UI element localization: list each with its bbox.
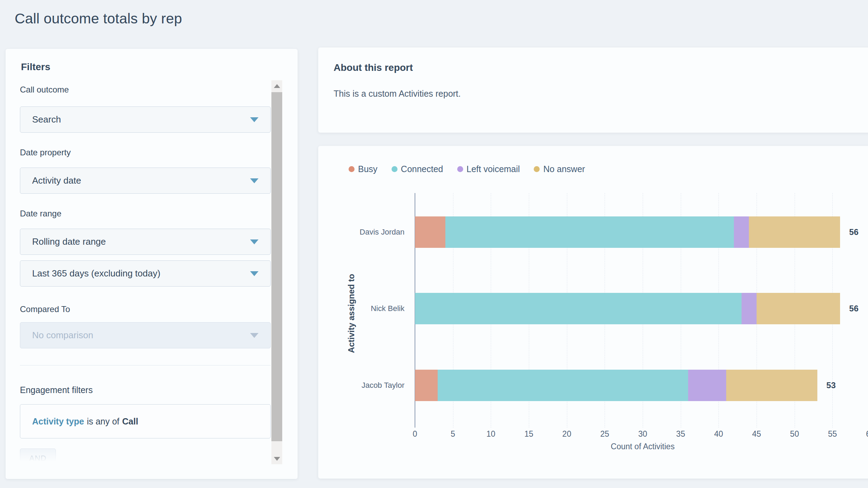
bar-total-label: 56 bbox=[849, 227, 859, 237]
card-footer-space bbox=[6, 464, 298, 479]
scrollbar-thumb[interactable] bbox=[271, 92, 282, 441]
about-report-panel: About this report This is a custom Activ… bbox=[318, 47, 868, 133]
bar-segment-left-voicemail[interactable] bbox=[742, 293, 757, 324]
x-axis-tick-label: 50 bbox=[790, 429, 799, 439]
bar-segment-connected[interactable] bbox=[438, 370, 688, 401]
category-label: Nick Belik bbox=[318, 304, 404, 313]
category-label: Jacob Taylor bbox=[318, 381, 404, 390]
legend-dot-icon bbox=[392, 166, 397, 172]
call-outcome-value: Search bbox=[32, 114, 250, 125]
chart-panel: BusyConnectedLeft voicemailNo answer Act… bbox=[318, 146, 868, 479]
compared-to-value: No comparison bbox=[32, 330, 250, 341]
rolling-range-value: Last 365 days (excluding today) bbox=[32, 268, 250, 279]
x-axis-tick-label: 35 bbox=[676, 429, 685, 439]
bar-row bbox=[415, 370, 817, 401]
legend-dot-icon bbox=[534, 166, 540, 172]
filters-scrollbar[interactable] bbox=[271, 80, 282, 464]
filters-panel: Filters Call outcome Search Date propert… bbox=[6, 49, 298, 479]
bar-segment-left-voicemail[interactable] bbox=[688, 370, 726, 401]
page-title: Call outcome totals by rep bbox=[15, 10, 182, 27]
compared-to-label: Compared To bbox=[20, 304, 70, 314]
x-axis-tick-label: 55 bbox=[828, 429, 837, 439]
arrow-up-icon bbox=[274, 84, 280, 88]
legend-item[interactable]: No answer bbox=[534, 164, 585, 174]
x-axis-tick-label: 5 bbox=[451, 429, 455, 439]
x-axis-tick-label: 40 bbox=[714, 429, 723, 439]
legend-item[interactable]: Busy bbox=[349, 164, 378, 174]
bar-total-label: 53 bbox=[826, 380, 836, 390]
bar-segment-no-answer[interactable] bbox=[749, 216, 840, 248]
x-axis-tick-label: 20 bbox=[562, 429, 571, 439]
legend-label: Connected bbox=[401, 164, 443, 174]
legend-dot-icon bbox=[457, 166, 463, 172]
date-property-value: Activity date bbox=[32, 175, 250, 186]
about-body: This is a custom Activities report. bbox=[334, 89, 461, 99]
x-axis-title: Count of Activities bbox=[611, 442, 675, 451]
legend-label: Busy bbox=[358, 164, 378, 174]
chevron-down-icon bbox=[250, 117, 258, 122]
chevron-down-icon bbox=[250, 239, 258, 244]
date-range-value: Rolling date range bbox=[32, 236, 250, 247]
scroll-up-button[interactable] bbox=[271, 80, 282, 91]
bar-row bbox=[415, 216, 840, 248]
about-heading: About this report bbox=[334, 62, 413, 73]
engagement-rule[interactable]: Activity type is any of Call bbox=[20, 404, 271, 438]
rule-value: Call bbox=[122, 416, 138, 427]
call-outcome-select[interactable]: Search bbox=[20, 106, 271, 133]
date-range-label: Date range bbox=[20, 209, 61, 219]
x-axis-tick-label: 30 bbox=[638, 429, 647, 439]
x-axis-tick-label: 10 bbox=[487, 429, 496, 439]
chevron-down-icon bbox=[250, 271, 258, 276]
rolling-range-select[interactable]: Last 365 days (excluding today) bbox=[20, 260, 271, 287]
category-label: Davis Jordan bbox=[318, 228, 404, 237]
date-range-select[interactable]: Rolling date range bbox=[20, 229, 271, 255]
legend-label: Left voicemail bbox=[467, 164, 520, 174]
legend-label: No answer bbox=[543, 164, 585, 174]
bar-row bbox=[415, 293, 840, 324]
bar-segment-busy[interactable] bbox=[415, 370, 438, 401]
chevron-down-icon bbox=[250, 333, 258, 338]
bar-segment-no-answer[interactable] bbox=[757, 293, 840, 324]
rule-operator: is any of bbox=[87, 416, 119, 427]
date-property-select[interactable]: Activity date bbox=[20, 168, 271, 194]
legend-dot-icon bbox=[349, 166, 355, 172]
bar-segment-busy[interactable] bbox=[415, 216, 445, 248]
legend-item[interactable]: Connected bbox=[392, 164, 443, 174]
rule-property: Activity type bbox=[32, 416, 84, 427]
call-outcome-label: Call outcome bbox=[20, 85, 69, 95]
filters-heading: Filters bbox=[21, 61, 50, 73]
x-axis-tick-label: 0 bbox=[413, 429, 417, 439]
bar-segment-left-voicemail[interactable] bbox=[734, 216, 749, 248]
bar-segment-connected[interactable] bbox=[415, 293, 742, 324]
x-axis-tick-label: 25 bbox=[600, 429, 610, 439]
x-axis-tick-label: 45 bbox=[752, 429, 761, 439]
bar-segment-no-answer[interactable] bbox=[726, 370, 817, 401]
bar-segment-connected[interactable] bbox=[445, 216, 734, 248]
chart-legend: BusyConnectedLeft voicemailNo answer bbox=[349, 164, 585, 174]
legend-item[interactable]: Left voicemail bbox=[457, 164, 520, 174]
engagement-filters-heading: Engagement filters bbox=[20, 385, 93, 395]
y-axis-title: Activity assigned to bbox=[347, 274, 356, 353]
scroll-down-button[interactable] bbox=[271, 453, 282, 464]
bar-total-label: 56 bbox=[849, 304, 859, 313]
x-axis-tick-label: 60 bbox=[866, 429, 868, 439]
divider bbox=[20, 365, 271, 365]
date-property-label: Date property bbox=[20, 148, 71, 157]
arrow-down-icon bbox=[274, 457, 280, 461]
x-axis-tick-label: 15 bbox=[524, 429, 533, 439]
chevron-down-icon bbox=[250, 178, 258, 183]
compared-to-select: No comparison bbox=[20, 322, 271, 348]
